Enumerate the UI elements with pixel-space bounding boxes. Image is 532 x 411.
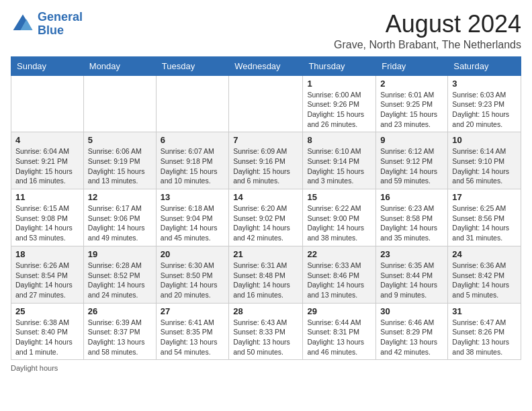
calendar-cell-1-3 (156, 75, 228, 132)
day-number: 24 (452, 249, 517, 259)
day-info: Sunrise: 6:09 AMSunset: 9:16 PMDaylight:… (233, 146, 298, 186)
col-header-thursday: Thursday (303, 56, 376, 75)
calendar-week-4: 18Sunrise: 6:26 AMSunset: 8:54 PMDayligh… (11, 246, 521, 303)
day-info: Sunrise: 6:07 AMSunset: 9:18 PMDaylight:… (161, 146, 224, 186)
logo: General Blue (11, 11, 83, 38)
title-area: August 2024 Grave, North Brabant, The Ne… (334, 11, 521, 51)
calendar-week-2: 4Sunrise: 6:04 AMSunset: 9:21 PMDaylight… (11, 132, 521, 189)
day-number: 27 (161, 306, 224, 316)
day-number: 4 (15, 135, 79, 145)
day-number: 9 (380, 135, 443, 145)
col-header-wednesday: Wednesday (229, 56, 303, 75)
day-number: 22 (307, 249, 371, 259)
calendar-cell-3-7: 17Sunrise: 6:25 AMSunset: 8:56 PMDayligh… (448, 189, 521, 246)
logo-text: General Blue (38, 11, 83, 38)
day-number: 25 (15, 306, 79, 316)
col-header-sunday: Sunday (11, 56, 84, 75)
calendar-cell-4-6: 23Sunrise: 6:35 AMSunset: 8:44 PMDayligh… (376, 246, 448, 303)
col-header-monday: Monday (83, 56, 156, 75)
day-number: 30 (380, 306, 443, 316)
footer-note: Daylight hours (11, 364, 521, 372)
day-number: 28 (233, 306, 298, 316)
day-number: 21 (233, 249, 298, 259)
calendar-cell-2-1: 4Sunrise: 6:04 AMSunset: 9:21 PMDaylight… (11, 132, 84, 189)
day-info: Sunrise: 6:25 AMSunset: 8:56 PMDaylight:… (452, 203, 517, 243)
day-info: Sunrise: 6:20 AMSunset: 9:02 PMDaylight:… (233, 203, 298, 243)
day-info: Sunrise: 6:31 AMSunset: 8:48 PMDaylight:… (233, 261, 298, 300)
day-info: Sunrise: 6:22 AMSunset: 9:00 PMDaylight:… (307, 203, 371, 243)
day-info: Sunrise: 6:28 AMSunset: 8:52 PMDaylight:… (88, 261, 152, 300)
day-info: Sunrise: 6:39 AMSunset: 8:37 PMDaylight:… (88, 318, 152, 357)
day-number: 5 (88, 135, 152, 145)
calendar-cell-2-3: 6Sunrise: 6:07 AMSunset: 9:18 PMDaylight… (156, 132, 228, 189)
day-number: 17 (452, 192, 517, 202)
day-number: 2 (380, 79, 443, 89)
day-number: 29 (307, 306, 371, 316)
day-number: 26 (88, 306, 152, 316)
day-info: Sunrise: 6:26 AMSunset: 8:54 PMDaylight:… (15, 261, 79, 300)
calendar-cell-3-4: 14Sunrise: 6:20 AMSunset: 9:02 PMDayligh… (229, 189, 303, 246)
calendar-cell-5-5: 29Sunrise: 6:44 AMSunset: 8:31 PMDayligh… (303, 303, 376, 360)
day-number: 15 (307, 192, 371, 202)
calendar-week-5: 25Sunrise: 6:38 AMSunset: 8:40 PMDayligh… (11, 303, 521, 360)
day-number: 6 (161, 135, 224, 145)
page-header: General Blue August 2024 Grave, North Br… (11, 11, 521, 51)
day-info: Sunrise: 6:36 AMSunset: 8:42 PMDaylight:… (452, 261, 517, 300)
calendar-cell-4-3: 20Sunrise: 6:30 AMSunset: 8:50 PMDayligh… (156, 246, 228, 303)
day-info: Sunrise: 6:10 AMSunset: 9:14 PMDaylight:… (307, 146, 371, 186)
calendar-cell-2-4: 7Sunrise: 6:09 AMSunset: 9:16 PMDaylight… (229, 132, 303, 189)
day-info: Sunrise: 6:03 AMSunset: 9:23 PMDaylight:… (452, 90, 517, 130)
calendar-cell-3-6: 16Sunrise: 6:23 AMSunset: 8:58 PMDayligh… (376, 189, 448, 246)
calendar-cell-5-7: 31Sunrise: 6:47 AMSunset: 8:26 PMDayligh… (448, 303, 521, 360)
calendar-cell-5-4: 28Sunrise: 6:43 AMSunset: 8:33 PMDayligh… (229, 303, 303, 360)
day-number: 23 (380, 249, 443, 259)
day-info: Sunrise: 6:04 AMSunset: 9:21 PMDaylight:… (15, 146, 79, 186)
day-info: Sunrise: 6:46 AMSunset: 8:29 PMDaylight:… (380, 318, 443, 357)
logo-line2: Blue (38, 24, 64, 37)
day-info: Sunrise: 6:33 AMSunset: 8:46 PMDaylight:… (307, 261, 371, 300)
calendar-cell-5-2: 26Sunrise: 6:39 AMSunset: 8:37 PMDayligh… (83, 303, 156, 360)
col-header-saturday: Saturday (448, 56, 521, 75)
subtitle: Grave, North Brabant, The Netherlands (334, 39, 521, 51)
day-info: Sunrise: 6:23 AMSunset: 8:58 PMDaylight:… (380, 203, 443, 243)
calendar-cell-4-1: 18Sunrise: 6:26 AMSunset: 8:54 PMDayligh… (11, 246, 84, 303)
calendar-cell-4-4: 21Sunrise: 6:31 AMSunset: 8:48 PMDayligh… (229, 246, 303, 303)
main-title: August 2024 (334, 11, 521, 38)
day-number: 11 (15, 192, 79, 202)
calendar-cell-1-1 (11, 75, 84, 132)
day-info: Sunrise: 6:35 AMSunset: 8:44 PMDaylight:… (380, 261, 443, 300)
calendar-cell-4-7: 24Sunrise: 6:36 AMSunset: 8:42 PMDayligh… (448, 246, 521, 303)
day-number: 1 (307, 79, 371, 89)
day-number: 18 (15, 249, 79, 259)
daylight-label: Daylight hours (11, 364, 58, 372)
day-number: 20 (161, 249, 224, 259)
day-info: Sunrise: 6:18 AMSunset: 9:04 PMDaylight:… (161, 203, 224, 243)
day-info: Sunrise: 6:01 AMSunset: 9:25 PMDaylight:… (380, 90, 443, 130)
calendar-cell-1-7: 3Sunrise: 6:03 AMSunset: 9:23 PMDaylight… (448, 75, 521, 132)
calendar-cell-3-1: 11Sunrise: 6:15 AMSunset: 9:08 PMDayligh… (11, 189, 84, 246)
day-number: 14 (233, 192, 298, 202)
day-info: Sunrise: 6:41 AMSunset: 8:35 PMDaylight:… (161, 318, 224, 357)
day-info: Sunrise: 6:14 AMSunset: 9:10 PMDaylight:… (452, 146, 517, 186)
day-number: 3 (452, 79, 517, 89)
calendar-cell-3-3: 13Sunrise: 6:18 AMSunset: 9:04 PMDayligh… (156, 189, 228, 246)
calendar-cell-1-6: 2Sunrise: 6:01 AMSunset: 9:25 PMDaylight… (376, 75, 448, 132)
calendar-cell-5-6: 30Sunrise: 6:46 AMSunset: 8:29 PMDayligh… (376, 303, 448, 360)
calendar-cell-2-5: 8Sunrise: 6:10 AMSunset: 9:14 PMDaylight… (303, 132, 376, 189)
day-number: 19 (88, 249, 152, 259)
day-number: 10 (452, 135, 517, 145)
calendar-cell-4-5: 22Sunrise: 6:33 AMSunset: 8:46 PMDayligh… (303, 246, 376, 303)
day-info: Sunrise: 6:44 AMSunset: 8:31 PMDaylight:… (307, 318, 371, 357)
day-number: 16 (380, 192, 443, 202)
calendar-cell-4-2: 19Sunrise: 6:28 AMSunset: 8:52 PMDayligh… (83, 246, 156, 303)
calendar-cell-3-5: 15Sunrise: 6:22 AMSunset: 9:00 PMDayligh… (303, 189, 376, 246)
day-number: 7 (233, 135, 298, 145)
calendar-cell-2-2: 5Sunrise: 6:06 AMSunset: 9:19 PMDaylight… (83, 132, 156, 189)
calendar-cell-2-6: 9Sunrise: 6:12 AMSunset: 9:12 PMDaylight… (376, 132, 448, 189)
day-info: Sunrise: 6:30 AMSunset: 8:50 PMDaylight:… (161, 261, 224, 300)
day-number: 13 (161, 192, 224, 202)
day-number: 31 (452, 306, 517, 316)
day-number: 8 (307, 135, 371, 145)
day-info: Sunrise: 6:06 AMSunset: 9:19 PMDaylight:… (88, 146, 152, 186)
day-number: 12 (88, 192, 152, 202)
